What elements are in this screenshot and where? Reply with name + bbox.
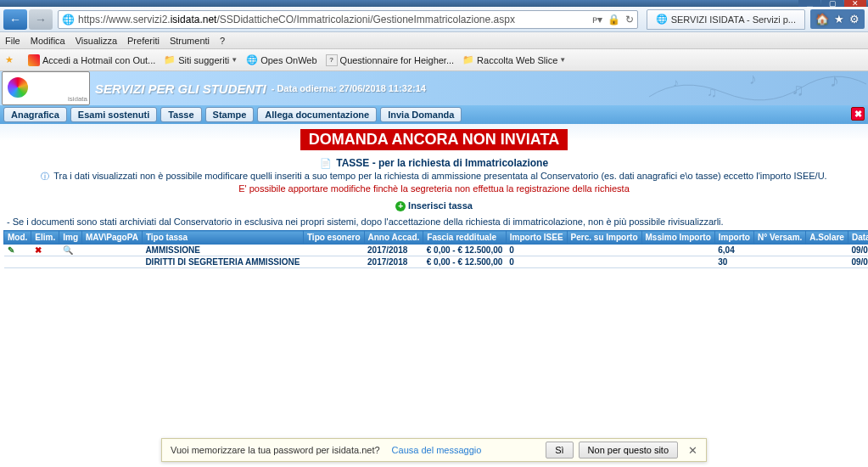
menu-file[interactable]: File <box>5 36 20 46</box>
tab-favicon-icon: 🌐 <box>656 14 668 25</box>
svg-text:♪: ♪ <box>749 71 757 87</box>
document-icon: 📄 <box>320 158 332 168</box>
info-text-2: E' possibile apportare modifiche finchè … <box>3 183 865 194</box>
password-save-bar: Vuoi memorizzare la tua password per isi… <box>161 438 707 462</box>
edit-icon[interactable]: ✎ <box>8 245 14 255</box>
col-importo-isee: Importo ISEE <box>506 231 567 245</box>
browser-menu-bar: File Modifica Visualizza Preferiti Strum… <box>0 32 868 49</box>
app-date: - Data odierna: 27/06/2018 11:32:14 <box>272 83 426 93</box>
col-elim: Elim. <box>31 231 59 245</box>
tab-tasse[interactable]: Tasse <box>160 107 201 122</box>
browser-sys-icons: 🏠 ★ ⚙ <box>810 9 865 29</box>
svg-text:♫: ♫ <box>792 80 804 98</box>
menu-help[interactable]: ? <box>220 36 225 46</box>
music-notes-decoration: ♪♫♪♫♪ <box>647 71 868 105</box>
cell-dataversam: 09/05/2018 <box>848 245 868 256</box>
password-bar-close-icon[interactable]: ✕ <box>688 444 697 457</box>
col-asolare: A.Solare <box>806 231 848 245</box>
col-tipo-esonero: Tipo esonero <box>303 231 364 245</box>
tab-stampe[interactable]: Stampe <box>205 107 255 122</box>
forward-button[interactable]: → <box>29 9 53 30</box>
back-button[interactable]: ← <box>3 9 27 30</box>
content-area: DOMANDA ANCORA NON INVIATA 📄 TASSE - per… <box>0 124 868 438</box>
tab-anagrafica[interactable]: Anagrafica <box>3 107 67 122</box>
bookmark-hotmail[interactable]: Accedi a Hotmail con Out... <box>28 54 155 66</box>
window-close-button[interactable]: ✕ <box>844 0 866 7</box>
tab-allega-documentazione[interactable]: Allega documentazione <box>257 107 377 122</box>
window-maximize-button[interactable]: ▢ <box>821 0 843 7</box>
bookmark-siti-suggeriti[interactable]: 📁Siti suggeriti▼ <box>164 54 238 66</box>
app-header: isidata SERVIZI PER GLI STUDENTI - Data … <box>0 71 868 105</box>
address-bar[interactable]: 🌐 https://www.servizi2.isidata.net/SSDid… <box>58 10 638 29</box>
menu-view[interactable]: Visualizza <box>76 36 117 46</box>
menu-edit[interactable]: Modifica <box>31 36 65 46</box>
url-text: https://www.servizi2.isidata.net/SSDidat… <box>78 14 515 25</box>
bookmark-questionnaire[interactable]: ?Questionnaire for Heigher... <box>326 54 455 66</box>
bookmark-raccolta[interactable]: 📁Raccolta Web Slice▼ <box>462 54 566 66</box>
cell-tipo-tassa: DIRITTI DI SEGRETERIA AMMISSIONE <box>142 256 303 268</box>
cell-isee: 0 <box>506 245 567 256</box>
tab-invia-domanda[interactable]: Invia Domanda <box>380 107 462 122</box>
password-bar-cause-link[interactable]: Causa del messaggio <box>392 445 482 455</box>
globe-icon: 🌐 <box>62 14 75 25</box>
insert-tassa-link[interactable]: +Inserisci tassa <box>3 200 865 211</box>
window-minimize-button[interactable]: ▁ <box>798 0 820 7</box>
table-row: ✎ ✖ 🔍 AMMISSIONE 2017/2018 € 0,00 - € 12… <box>4 245 869 256</box>
table-header-row: Mod. Elim. Img MAV\PagoPA Tipo tassa Tip… <box>4 231 869 245</box>
col-dataversam: Data versam. <box>848 231 868 245</box>
col-fascia: Fascia reddituale <box>423 231 507 245</box>
col-massimo: Mssimo Importo <box>641 231 714 245</box>
tasse-table: Mod. Elim. Img MAV\PagoPA Tipo tassa Tip… <box>3 230 868 268</box>
plus-icon: + <box>395 201 406 211</box>
add-favorite-icon[interactable]: ★ <box>5 54 20 66</box>
app-title: SERVIZI PER GLI STUDENTI <box>95 82 266 96</box>
bookmarks-bar: ★ Accedi a Hotmail con Out... 📁Siti sugg… <box>0 49 868 71</box>
col-mod: Mod. <box>4 231 31 245</box>
col-img: Img <box>59 231 82 245</box>
col-nversam: N° Versam. <box>753 231 805 245</box>
cell-importo: 30 <box>714 256 753 268</box>
svg-text:♪: ♪ <box>673 76 679 89</box>
col-anno: Anno Accad. <box>364 231 423 245</box>
svg-text:♪: ♪ <box>830 71 839 91</box>
cell-fascia: € 0,00 - € 12.500,00 <box>423 256 507 268</box>
lock-icon: 🔒 <box>608 14 620 25</box>
cell-isee: 0 <box>506 256 567 268</box>
magnifier-icon[interactable]: 🔍 <box>63 245 73 255</box>
col-perc: Perc. su Importo <box>567 231 641 245</box>
cell-anno: 2017/2018 <box>364 245 423 256</box>
cell-fascia: € 0,00 - € 12.500,00 <box>423 245 507 256</box>
archive-note: - Se i documenti sono stati archiviati d… <box>7 217 865 227</box>
window-title-bar: ▁ ▢ ✕ <box>0 0 868 7</box>
col-tipo-tassa: Tipo tassa <box>142 231 303 245</box>
password-no-button[interactable]: Non per questo sito <box>579 442 678 459</box>
info-text-1: ⓘ Tra i dati visualizzati non è possibil… <box>3 171 865 183</box>
browser-nav-bar: ← → 🌐 https://www.servizi2.isidata.net/S… <box>0 7 868 32</box>
col-importo: Importo <box>714 231 753 245</box>
delete-icon[interactable]: ✖ <box>35 245 42 255</box>
section-title: 📄 TASSE - per la richiesta di Immatricol… <box>3 157 865 169</box>
cell-importo: 6,04 <box>714 245 753 256</box>
svg-text:♫: ♫ <box>707 85 717 99</box>
password-bar-message: Vuoi memorizzare la tua password per isi… <box>171 445 380 455</box>
info-icon: ⓘ <box>41 172 49 181</box>
bookmark-opes[interactable]: 🌐Opes OnWeb <box>246 54 316 66</box>
refresh-icon[interactable]: ↻ <box>625 14 634 25</box>
search-dropdown-icon[interactable]: ᴘ▾ <box>592 14 602 25</box>
app-logo: isidata <box>2 71 90 105</box>
cell-dataversam: 09/05/2018 <box>848 256 868 268</box>
menu-favorites[interactable]: Preferiti <box>127 36 160 46</box>
status-banner: DOMANDA ANCORA NON INVIATA <box>300 129 568 150</box>
tab-esami-sostenuti[interactable]: Esami sostenuti <box>70 107 157 122</box>
tools-icon[interactable]: ⚙ <box>849 13 860 25</box>
home-icon[interactable]: 🏠 <box>815 13 829 25</box>
cell-tipo-tassa: AMMISSIONE <box>142 245 303 256</box>
browser-tab-strip: 🌐 SERVIZI ISIDATA - Servizi p... <box>647 9 805 30</box>
menu-tools[interactable]: Strumenti <box>170 36 210 46</box>
col-mav: MAV\PagoPA <box>82 231 143 245</box>
browser-tab[interactable]: 🌐 SERVIZI ISIDATA - Servizi p... <box>647 9 805 30</box>
favorites-icon[interactable]: ★ <box>834 13 844 25</box>
password-yes-button[interactable]: Sì <box>546 442 573 459</box>
close-panel-button[interactable]: ✖ <box>851 107 865 121</box>
table-row: DIRITTI DI SEGRETERIA AMMISSIONE 2017/20… <box>4 256 869 268</box>
